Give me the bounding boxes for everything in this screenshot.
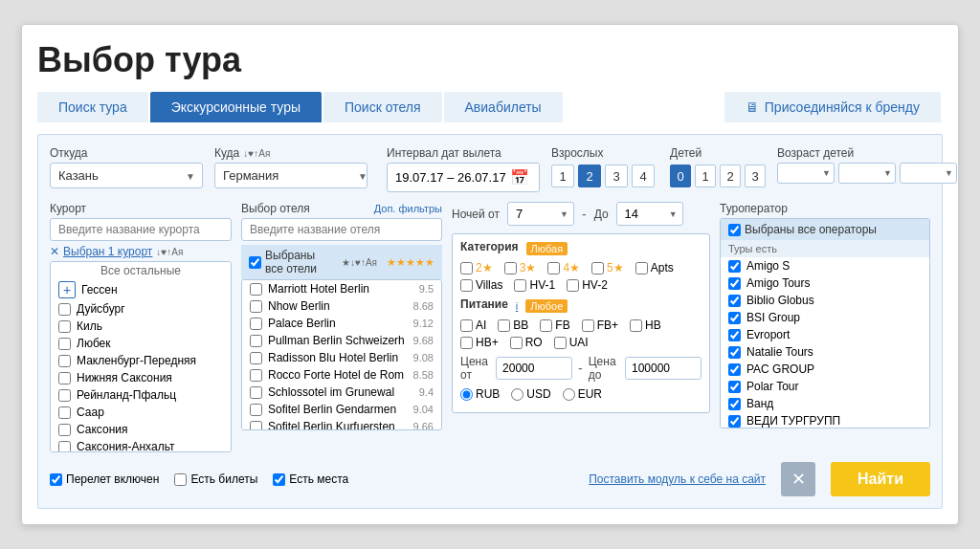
- oper-item[interactable]: Amigo Tours: [721, 274, 929, 292]
- resort-check[interactable]: [58, 372, 71, 384]
- resort-check[interactable]: [58, 355, 71, 367]
- hotel-extra-filters-link[interactable]: Доп. фильтры: [374, 203, 442, 214]
- cat-villas-check[interactable]: [460, 279, 473, 292]
- list-item[interactable]: Макленбург-Передняя: [51, 352, 231, 369]
- oper-check[interactable]: [728, 277, 741, 290]
- oper-item[interactable]: Ванд: [721, 395, 929, 412]
- hotel-all-header[interactable]: Выбраны все отели ★↓♥↑Ая ★★★★★: [241, 245, 442, 279]
- resort-check[interactable]: [58, 441, 71, 453]
- currency-eur-radio[interactable]: [563, 388, 575, 401]
- children-btn-1[interactable]: 1: [695, 165, 716, 187]
- meal-fbplus[interactable]: FB+: [582, 318, 618, 332]
- currency-rub-radio[interactable]: [460, 388, 473, 401]
- meal-fbplus-check[interactable]: [582, 319, 594, 332]
- hotel-all-checkbox[interactable]: [249, 256, 261, 269]
- hotel-check[interactable]: [250, 352, 262, 364]
- cat-4star-check[interactable]: [547, 262, 560, 274]
- operator-all-header[interactable]: Выбраны все операторы: [721, 219, 929, 240]
- hotel-check[interactable]: [250, 404, 262, 416]
- tab-search-tour[interactable]: Поиск тура: [37, 92, 148, 122]
- meal-hb-check[interactable]: [630, 319, 642, 332]
- list-item[interactable]: Нижняя Саксония: [51, 369, 231, 386]
- tab-excursion[interactable]: Экскурсионные туры: [150, 92, 322, 122]
- nights-to-select[interactable]: 14: [616, 202, 683, 226]
- hotel-search-input[interactable]: [241, 218, 442, 241]
- age-select-2[interactable]: [838, 163, 896, 184]
- hotel-check[interactable]: [250, 283, 262, 296]
- resort-check[interactable]: [58, 406, 71, 419]
- oper-item[interactable]: Polar Tour: [721, 378, 929, 395]
- tab-join-brand[interactable]: 🖥 Присоединяйся к бренду: [724, 92, 941, 122]
- resort-search-input[interactable]: [50, 218, 232, 241]
- resort-expand-icon[interactable]: +: [58, 281, 76, 298]
- oper-item[interactable]: BSI Group: [721, 309, 929, 326]
- search-button[interactable]: Найти: [831, 462, 930, 496]
- meal-bb[interactable]: BB: [498, 318, 528, 332]
- tab-hotel-search[interactable]: Поиск отеля: [323, 92, 442, 122]
- cat-5star[interactable]: 5★: [591, 261, 624, 274]
- nights-from-select[interactable]: 7: [507, 202, 574, 226]
- tickets-available-check[interactable]: Есть билеты: [174, 472, 257, 486]
- list-item[interactable]: Palace Berlin9.12: [242, 315, 441, 332]
- list-item[interactable]: Саксония: [51, 421, 231, 438]
- embed-link[interactable]: Поставить модуль к себе на сайт: [589, 472, 766, 486]
- list-item[interactable]: Radisson Blu Hotel Berlin9.08: [242, 349, 441, 366]
- hotel-check[interactable]: [250, 421, 262, 431]
- oper-check[interactable]: [728, 415, 741, 428]
- oper-item[interactable]: PAC GROUP: [721, 361, 929, 378]
- list-item[interactable]: Дуйсбург: [51, 300, 231, 318]
- oper-check[interactable]: [728, 346, 741, 359]
- list-item[interactable]: Nhow Berlin8.68: [242, 297, 441, 315]
- meal-ai[interactable]: AI: [460, 318, 486, 332]
- currency-rub[interactable]: RUB: [460, 387, 500, 401]
- list-item[interactable]: Киль: [51, 318, 231, 335]
- hotel-check[interactable]: [250, 300, 262, 313]
- clear-button[interactable]: ✕: [781, 462, 815, 496]
- oper-item[interactable]: Amigo S: [721, 257, 929, 274]
- price-from-input[interactable]: [496, 357, 572, 380]
- flight-included-check[interactable]: Перелет включен: [50, 472, 159, 486]
- resort-check[interactable]: [58, 389, 71, 402]
- list-item[interactable]: Marriott Hotel Berlin9.5: [242, 280, 441, 297]
- list-item[interactable]: Schlossotel im Grunewal9.4: [242, 384, 441, 401]
- oper-item[interactable]: ВЕДИ ТУРГРУПП: [721, 412, 929, 428]
- seats-available-check[interactable]: Есть места: [273, 472, 348, 486]
- hotel-check[interactable]: [250, 318, 262, 330]
- cat-2star[interactable]: 2★: [460, 261, 493, 274]
- resort-item-plus[interactable]: + Гессен: [51, 279, 231, 300]
- list-item[interactable]: Rocco Forte Hotel de Rom8.58: [242, 366, 441, 384]
- category-any-badge[interactable]: Любая: [526, 242, 568, 255]
- list-item[interactable]: Рейнланд-Пфальц: [51, 386, 231, 404]
- oper-item[interactable]: Natalie Tours: [721, 343, 929, 361]
- adults-btn-2[interactable]: 2: [578, 165, 601, 187]
- children-btn-2[interactable]: 2: [720, 165, 741, 187]
- children-btn-0[interactable]: 0: [670, 165, 691, 187]
- cat-villas[interactable]: Villas: [460, 278, 502, 292]
- resort-check[interactable]: [58, 338, 71, 350]
- oper-check[interactable]: [728, 260, 741, 273]
- resort-check[interactable]: [58, 303, 71, 316]
- list-item[interactable]: Саксония-Анхальт: [51, 438, 231, 452]
- operator-all-checkbox[interactable]: [728, 224, 741, 236]
- age-select-3[interactable]: [900, 163, 957, 184]
- adults-btn-1[interactable]: 1: [551, 165, 574, 187]
- meal-fb[interactable]: FB: [540, 318, 569, 332]
- cat-5star-check[interactable]: [591, 262, 604, 274]
- cat-hv2-check[interactable]: [567, 279, 579, 292]
- cat-3star[interactable]: 3★: [504, 261, 537, 274]
- price-to-input[interactable]: [625, 357, 702, 380]
- list-item[interactable]: Sofitel Berlin Kurfuersten9.66: [242, 418, 441, 430]
- cat-3star-check[interactable]: [504, 262, 517, 274]
- meal-info-icon[interactable]: i: [516, 300, 518, 312]
- cat-hv2[interactable]: HV-2: [567, 278, 608, 292]
- oper-check[interactable]: [728, 295, 741, 307]
- meal-ai-check[interactable]: [460, 319, 473, 332]
- resort-check[interactable]: [58, 424, 71, 436]
- cat-hv1[interactable]: HV-1: [514, 278, 555, 292]
- currency-usd-radio[interactable]: [511, 388, 523, 401]
- date-input[interactable]: 19.07.17 – 26.07.17 📅: [387, 163, 540, 192]
- tab-flights[interactable]: Авиабилеты: [444, 92, 563, 122]
- meal-bb-check[interactable]: [498, 319, 510, 332]
- oper-check[interactable]: [728, 398, 741, 410]
- adults-btn-4[interactable]: 4: [632, 165, 655, 187]
